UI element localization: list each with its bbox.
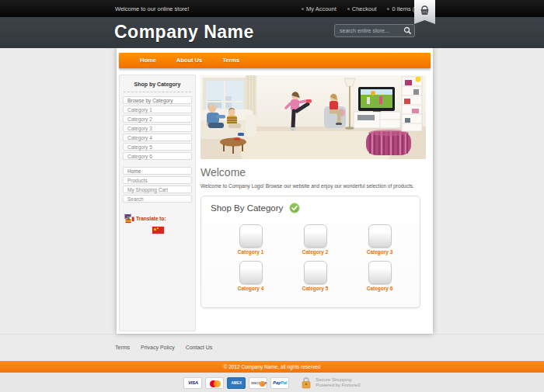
- footer: Terms Privacy Policy Contact Us © 2012 C…: [0, 334, 544, 392]
- flags-icon: [124, 213, 134, 224]
- main-nav: Home About Us Terms: [119, 53, 431, 68]
- category-tile-6[interactable]: Category 6: [347, 261, 412, 291]
- footer-link-terms[interactable]: Terms: [115, 345, 130, 350]
- padlock-icon: [300, 376, 312, 390]
- sidebar-nav-list: Home Products My Shopping Cart Search: [120, 167, 195, 203]
- welcome-paragraph: Welcome to Company Logo! Browse our webs…: [201, 183, 426, 189]
- footer-link-privacy-policy[interactable]: Privacy Policy: [141, 345, 175, 350]
- hero-image: [201, 75, 426, 159]
- footer-links: Terms Privacy Policy Contact Us: [115, 345, 212, 350]
- category-thumb: [368, 224, 392, 248]
- site-header: Company Name: [0, 17, 544, 48]
- category-grid: Category 1 Category 2 Category 3 Categor…: [218, 224, 412, 291]
- sidebar-item-shopping-cart[interactable]: My Shopping Cart: [123, 186, 192, 193]
- category-thumb: [304, 224, 327, 248]
- category-thumb: [239, 261, 263, 284]
- dashed-divider: [124, 92, 191, 92]
- translate-widget[interactable]: Translate to:: [124, 213, 195, 224]
- amex-card-icon: AMEX: [227, 377, 246, 389]
- sidebar-item-products[interactable]: Products: [123, 176, 192, 184]
- green-check-icon: [289, 203, 300, 213]
- sidebar-item-home[interactable]: Home: [123, 167, 192, 175]
- checkout-link[interactable]: Checkout: [347, 5, 377, 12]
- category-thumb: [368, 261, 392, 284]
- topbar-welcome-text: Welcome to our online store!: [115, 5, 189, 12]
- sidebar-item-search[interactable]: Search: [123, 195, 192, 203]
- category-tile-2[interactable]: Category 2: [283, 224, 347, 255]
- search-button[interactable]: [400, 25, 414, 36]
- sidebar-item-category-6[interactable]: Category 6: [123, 152, 192, 160]
- payment-strip: VISA AMEX DISCOVER PayPal Secure Shoppin…: [0, 373, 544, 392]
- topbar: Welcome to our online store! My Account …: [0, 0, 544, 17]
- search-box: [334, 24, 415, 37]
- nav-item-terms[interactable]: Terms: [212, 53, 249, 68]
- shop-by-category-box: Shop By Category Category 1 Category 2: [201, 196, 420, 308]
- nav-item-about-us[interactable]: About Us: [166, 53, 212, 68]
- sidebar-item-category-3[interactable]: Category 3: [123, 124, 192, 132]
- magnifier-icon: [403, 26, 412, 35]
- sidebar-item-category-5[interactable]: Category 5: [123, 143, 192, 151]
- search-input[interactable]: [335, 28, 400, 33]
- company-logo-text[interactable]: Company Name: [114, 22, 254, 43]
- mastercard-icon: [205, 377, 224, 389]
- basket-icon: [419, 5, 431, 16]
- welcome-heading: Welcome: [201, 166, 426, 179]
- sidebar: Shop by Category Browse by Category Cate…: [119, 75, 196, 331]
- shopbox-header: Shop By Category: [201, 196, 420, 213]
- secure-shopping-badge: Secure Shopping Powered by Fortune3: [300, 376, 360, 390]
- sidebar-title: Shop by Category: [120, 82, 195, 87]
- page-container: Home About Us Terms Shop by Category Bro…: [117, 48, 433, 334]
- category-thumb: [239, 224, 263, 248]
- sidebar-item-category-2[interactable]: Category 2: [123, 115, 192, 123]
- bullet-icon: [302, 8, 304, 10]
- footer-link-contact-us[interactable]: Contact Us: [186, 345, 213, 350]
- china-flag-icon[interactable]: [152, 227, 164, 234]
- sidebar-category-list: Browse by Category Category 1 Category 2…: [120, 96, 195, 160]
- category-tile-1[interactable]: Category 1: [218, 224, 283, 255]
- translate-label: Translate to:: [136, 216, 166, 221]
- discover-card-icon: DISCOVER: [249, 377, 267, 389]
- paypal-card-icon: PayPal: [270, 377, 289, 389]
- topbar-links: My Account Checkout 0 items ($ 0.00): [302, 5, 433, 12]
- copyright-text: © 2012 Company Name, all rights reserved: [224, 364, 321, 369]
- nav-item-home[interactable]: Home: [130, 53, 166, 68]
- bullet-icon: [347, 8, 350, 10]
- visa-card-icon: VISA: [183, 377, 202, 389]
- sidebar-item-category-1[interactable]: Category 1: [123, 106, 192, 113]
- sidebar-item-category-4[interactable]: Category 4: [123, 134, 192, 141]
- shopbox-title: Shop By Category: [211, 203, 283, 213]
- sidebar-spacer: [120, 161, 195, 167]
- category-thumb: [304, 261, 327, 284]
- my-account-link[interactable]: My Account: [302, 5, 337, 12]
- category-tile-4[interactable]: Category 4: [218, 261, 283, 291]
- category-tile-3[interactable]: Category 3: [347, 224, 412, 255]
- category-tile-5[interactable]: Category 5: [283, 261, 347, 291]
- copyright-bar: © 2012 Company Name, all rights reserved: [0, 361, 544, 373]
- bullet-icon: [387, 8, 389, 10]
- sidebar-item-browse-by-category[interactable]: Browse by Category: [123, 96, 192, 104]
- secure-shopping-text: Secure Shopping Powered by Fortune3: [316, 377, 360, 389]
- main-content: Welcome Welcome to Company Logo! Browse …: [201, 75, 426, 308]
